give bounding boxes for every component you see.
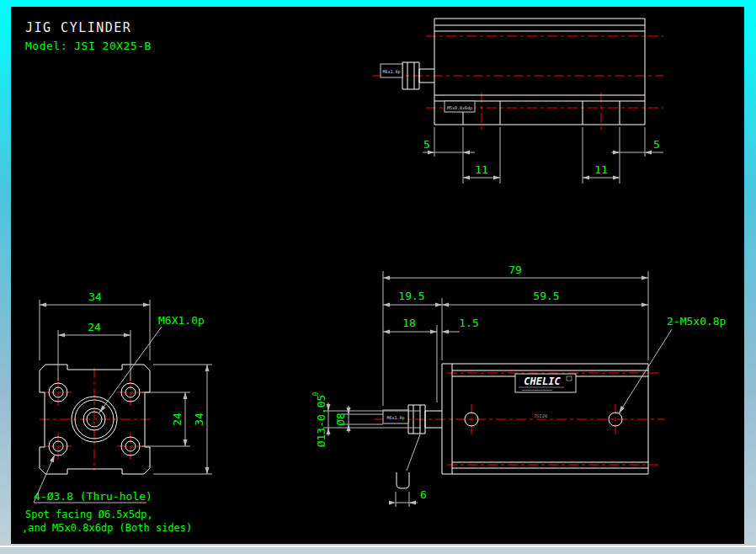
dim-bolt-height: 24	[171, 413, 184, 426]
model-stamp: JSI20	[534, 413, 548, 418]
brand-logo: CHELIC	[524, 376, 561, 387]
thread-callout: M6X1.0p	[158, 314, 205, 327]
dim-slot-right: 11	[594, 163, 608, 176]
cad-window: JIG CYLINDER Model: JSI 20X25-B M6x1.0p …	[0, 0, 756, 554]
dim-bolt-width: 24	[88, 321, 101, 333]
cad-viewport: JIG CYLINDER Model: JSI 20X25-B M6x1.0p …	[0, 0, 756, 554]
dim-slot-left: 11	[475, 163, 488, 176]
dim-head-length: 19.5	[398, 290, 424, 302]
dim-plate-thickness: 1.5	[459, 317, 478, 329]
dim-edge-right: 5	[653, 138, 660, 151]
dim-rod-diameter-tolerance: 0	[312, 392, 320, 396]
dim-overall-length: 79	[508, 264, 522, 276]
dim-outer-width: 34	[88, 290, 102, 303]
drawing-title: JIG CYLINDER	[25, 20, 131, 35]
dim-piston-diameter: Ø8	[334, 413, 347, 426]
note-line-1: Spot facing Ø6.5x5dp,	[25, 509, 153, 520]
hole-callout: 4-Ø3.8 (Thru-hole)	[34, 490, 152, 503]
dim-wrench-flats: 6	[420, 488, 427, 501]
bottom-frame-line	[0, 546, 756, 547]
port-callout: 2-M5x0.8p	[667, 315, 727, 328]
drawing-canvas	[11, 7, 744, 544]
drawing-model: Model: JSI 20X25-B	[25, 40, 152, 52]
dim-rod-diameter: Ø13-0.05	[315, 395, 327, 448]
dim-body-length: 59.5	[533, 290, 559, 302]
dim-outer-height: 34	[193, 413, 205, 426]
note-line-2: ,and M5x0.8x6dp (Both sides)	[22, 522, 192, 534]
rod-thread-tag: M6x1.0p	[382, 69, 400, 75]
mount-thread-tag: M5x0.8x6dp	[447, 105, 472, 111]
dim-edge-left: 5	[423, 138, 430, 151]
dim-rod-length: 18	[402, 317, 416, 329]
rod-thread-tag: M6x1.0p	[386, 415, 404, 421]
